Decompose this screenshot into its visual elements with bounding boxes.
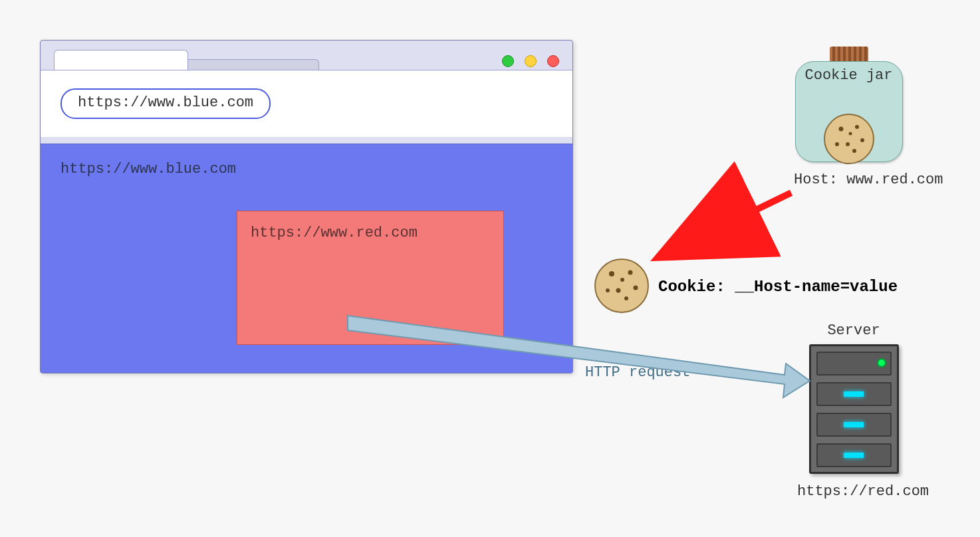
cookie-jar-lid-icon [830,47,868,61]
server-icon [809,344,899,474]
address-bar-url: https://www.blue.com [61,88,271,119]
svg-point-3 [860,138,864,142]
arrow-jar-to-cookie [668,193,791,253]
cookie-jar-label: Cookie jar [796,67,902,84]
browser-tab-strip [41,41,572,70]
svg-point-10 [628,270,633,275]
window-controls [502,55,559,67]
svg-point-4 [846,142,850,146]
server-block: Server https://red.com [797,322,910,500]
svg-point-1 [838,127,843,132]
window-minimize-icon [502,55,514,67]
svg-point-6 [852,149,856,153]
cookie-in-jar-icon [822,112,876,170]
server-rack-slot [816,413,892,437]
svg-point-12 [616,288,621,293]
cookie-icon [592,256,652,320]
server-rack-slot [816,382,892,406]
svg-point-9 [609,271,614,276]
window-maximize-icon [525,55,537,67]
svg-point-15 [620,278,624,282]
cookie-jar: Cookie jar Host: www.red.com [794,47,904,188]
svg-point-0 [824,114,874,163]
diagram-stage: https://www.blue.com https://www.blue.co… [0,0,980,537]
svg-point-13 [606,288,610,292]
embedded-iframe: https://www.red.com [237,211,504,345]
iframe-origin-label: https://www.red.com [251,225,418,241]
cookie-header-text: Cookie: __Host-name=value [658,278,898,296]
top-level-page: https://www.blue.com https://www.red.com [41,144,572,373]
page-origin-label: https://www.blue.com [61,161,236,177]
server-panel-top [816,352,892,376]
window-close-icon [547,55,559,67]
server-led-icon [877,358,886,368]
browser-address-bar: https://www.blue.com [41,70,572,137]
server-title: Server [797,322,910,339]
server-rack-slot [816,443,892,467]
svg-point-2 [855,125,859,129]
svg-point-11 [634,286,638,290]
cookie-jar-host-label: Host: www.red.com [794,171,904,188]
svg-point-5 [835,142,839,146]
svg-point-7 [848,132,852,136]
svg-point-14 [624,296,628,300]
svg-point-8 [595,259,648,312]
http-request-label: HTTP request [585,364,690,381]
server-url-label: https://red.com [797,483,910,500]
cookie-jar-body: Cookie jar [795,61,903,162]
browser-window: https://www.blue.com https://www.blue.co… [40,40,573,374]
